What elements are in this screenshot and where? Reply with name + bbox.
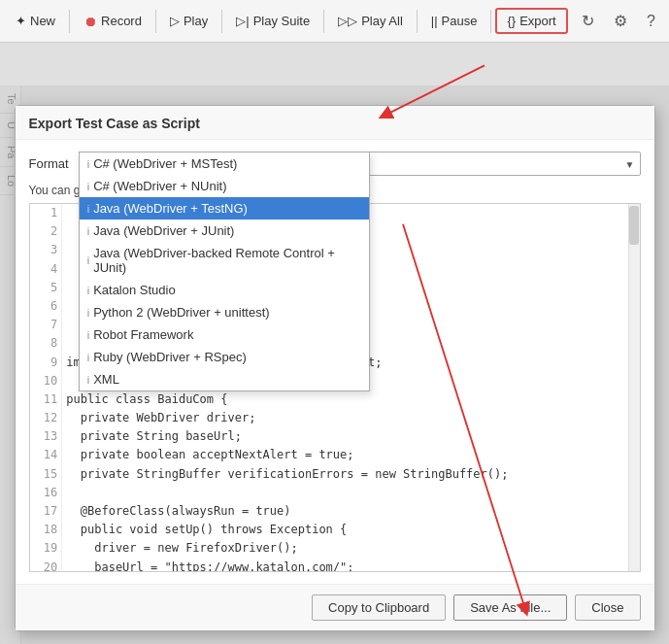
toolbar: ✦ New ⏺ Record ▷ Play ▷| Play Suite ▷▷ P… [0,0,669,43]
table-row: 11public class BaiduCom { [30,390,640,409]
item-icon: i [87,285,89,296]
dropdown-item-python2[interactable]: i Python 2 (WebDriver + unittest) [80,301,369,323]
line-number: 14 [30,446,62,464]
record-button[interactable]: ⏺ Record [74,10,151,33]
dialog-title: Export Test Case as Script [29,116,200,131]
line-number: 2 [30,222,62,241]
format-dropdown: i C# (WebDriver + MSTest)i C# (WebDriver… [79,152,370,391]
toolbar-separator-2 [155,10,156,33]
line-code: @BeforeClass(alwaysRun = true) [62,502,640,521]
dropdown-item-java-remote[interactable]: i Java (WebDriver-backed Remote Control … [80,242,369,279]
format-label: Format [29,156,69,171]
toolbar-separator-3 [221,10,222,33]
line-number: 10 [30,372,62,390]
item-icon: i [87,225,89,237]
dialog-footer: Copy to Clipboard Save As File... Close [16,584,654,630]
play-all-icon: ▷▷ [338,14,357,28]
toolbar-right: ↻ ⚙ ? [574,8,663,34]
dialog-header: Export Test Case as Script [16,106,654,140]
toolbar-separator-4 [323,10,324,33]
table-row: 12 private WebDriver driver; [30,409,640,427]
line-number: 5 [30,279,62,297]
line-code: private String baseUrl; [62,427,640,446]
line-number: 12 [30,409,62,427]
main-area: Te U Pa Lo Export Test Case as Script Fo… [0,43,669,644]
item-icon: i [87,158,89,170]
dropdown-item-katalon[interactable]: i Katalon Studio [80,279,369,301]
dropdown-item-c-nunit[interactable]: i C# (WebDriver + NUnit) [80,175,369,197]
table-row: 13 private String baseUrl; [30,427,640,446]
line-number: 7 [30,316,62,334]
play-label: Play [184,14,208,28]
item-icon: i [87,254,89,266]
line-number: 20 [30,559,62,571]
line-number: 8 [30,334,62,353]
line-number: 6 [30,297,62,316]
new-button[interactable]: ✦ New [6,10,65,32]
line-number: 13 [30,427,62,446]
dropdown-item-c-mstest[interactable]: i C# (WebDriver + MSTest) [80,153,369,175]
line-number: 18 [30,521,62,539]
line-number: 4 [30,260,62,279]
table-row: 20 baseUrl = "https://www.katalon.com/"; [30,559,640,571]
play-all-button[interactable]: ▷▷ Play All [328,10,413,32]
line-code: public class BaiduCom { [62,390,640,409]
line-code: private boolean acceptNextAlert = true; [62,446,640,464]
line-code: private WebDriver driver; [62,409,640,427]
table-row: 14 private boolean acceptNextAlert = tru… [30,446,640,464]
export-icon: {} [507,14,516,28]
toolbar-separator-1 [69,10,70,33]
line-number: 1 [30,204,62,222]
line-code [62,484,640,502]
table-row: 15 private StringBuffer verificationErro… [30,465,640,484]
copy-clipboard-button[interactable]: Copy to Clipboard [312,594,446,621]
export-dialog: Export Test Case as Script Format C# (We… [15,105,655,631]
refresh-button[interactable]: ↻ [574,8,602,34]
table-row: 17 @BeforeClass(alwaysRun = true) [30,502,640,521]
pause-label: Pause [442,14,478,28]
line-code: public void setUp() throws Exception { [62,521,640,539]
line-number: 19 [30,539,62,558]
line-number: 17 [30,502,62,521]
settings-button[interactable]: ⚙ [606,8,635,34]
play-suite-label: Play Suite [253,14,311,28]
item-icon: i [87,329,89,341]
item-icon: i [87,307,89,319]
close-button[interactable]: Close [575,594,640,621]
dialog-overlay: Export Test Case as Script Format C# (We… [0,85,669,644]
export-button[interactable]: {} Export [495,8,567,34]
table-row: 19 driver = new FirefoxDriver(); [30,539,640,558]
line-number: 9 [30,354,62,372]
table-row: 16 [30,484,640,502]
format-row: Format C# (WebDriver + MSTest)C# (WebDri… [29,152,641,176]
item-icon: i [87,203,89,215]
line-code: baseUrl = "https://www.katalon.com/"; [62,559,640,571]
line-code: driver = new FirefoxDriver(); [62,539,640,558]
play-suite-button[interactable]: ▷| Play Suite [226,10,319,32]
line-number: 3 [30,241,62,259]
play-icon: ▷ [170,14,180,28]
line-number: 15 [30,465,62,484]
new-label: New [30,14,55,28]
play-all-label: Play All [361,14,403,28]
play-suite-icon: ▷| [236,14,249,28]
dropdown-item-java-junit[interactable]: i Java (WebDriver + JUnit) [80,220,369,242]
dropdown-item-ruby[interactable]: i Ruby (WebDriver + RSpec) [80,346,369,368]
play-button[interactable]: ▷ Play [160,10,217,32]
dropdown-item-xml[interactable]: i XML [80,368,369,390]
dialog-body: Format C# (WebDriver + MSTest)C# (WebDri… [16,140,654,584]
line-number: 11 [30,390,62,409]
scrollbar[interactable] [628,204,640,571]
item-icon: i [87,181,89,192]
help-button[interactable]: ? [639,8,663,34]
scrollbar-thumb[interactable] [629,206,639,245]
line-number: 16 [30,484,62,502]
dropdown-item-robot[interactable]: i Robot Framework [80,323,369,346]
save-as-file-button[interactable]: Save As File... [453,594,567,621]
dropdown-item-java-testng[interactable]: i Java (WebDriver + TestNG) [80,197,369,220]
toolbar-separator-5 [417,10,418,33]
table-row: 18 public void setUp() throws Exception … [30,521,640,539]
pause-button[interactable]: || Pause [421,10,487,32]
pause-icon: || [431,14,438,28]
record-icon: ⏺ [84,14,97,29]
